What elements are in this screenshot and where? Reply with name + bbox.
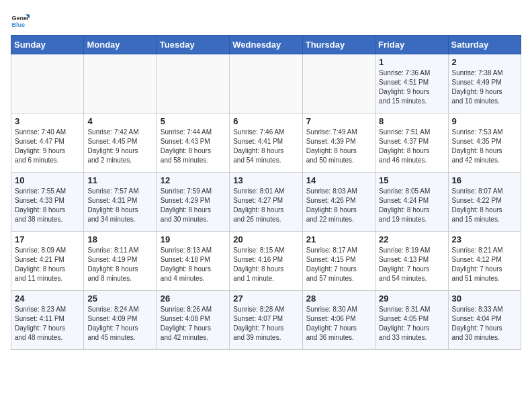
- day-number: 6: [233, 116, 298, 126]
- day-number: 5: [161, 116, 226, 126]
- calendar-cell: 2Sunrise: 7:38 AM Sunset: 4:49 PM Daylig…: [448, 54, 521, 113]
- calendar-cell: 14Sunrise: 8:03 AM Sunset: 4:26 PM Dayli…: [302, 173, 375, 232]
- svg-text:General: General: [11, 15, 30, 21]
- day-number: 26: [161, 293, 226, 304]
- calendar-cell: 18Sunrise: 8:11 AM Sunset: 4:19 PM Dayli…: [84, 232, 157, 291]
- calendar-cell: 26Sunrise: 8:26 AM Sunset: 4:08 PM Dayli…: [157, 291, 229, 350]
- day-number: 1: [379, 57, 444, 67]
- calendar-week-2: 3Sunrise: 7:40 AM Sunset: 4:47 PM Daylig…: [11, 113, 521, 173]
- day-number: 23: [452, 234, 517, 244]
- day-info: Sunrise: 8:21 AM Sunset: 4:12 PM Dayligh…: [452, 246, 517, 283]
- day-number: 17: [15, 234, 80, 244]
- day-number: 29: [379, 293, 444, 304]
- calendar-cell: 11Sunrise: 7:57 AM Sunset: 4:31 PM Dayli…: [84, 173, 157, 232]
- day-number: 30: [452, 293, 517, 304]
- calendar-cell: 12Sunrise: 7:59 AM Sunset: 4:29 PM Dayli…: [157, 173, 229, 232]
- day-info: Sunrise: 7:36 AM Sunset: 4:51 PM Dayligh…: [379, 68, 444, 106]
- day-info: Sunrise: 8:24 AM Sunset: 4:09 PM Dayligh…: [87, 305, 152, 342]
- day-number: 16: [452, 175, 517, 185]
- day-number: 21: [306, 234, 371, 244]
- calendar-cell: [230, 54, 302, 113]
- calendar-week-4: 17Sunrise: 8:09 AM Sunset: 4:21 PM Dayli…: [11, 232, 521, 291]
- day-number: 11: [87, 175, 152, 185]
- header-day-friday: Friday: [375, 36, 448, 54]
- day-number: 20: [233, 234, 298, 244]
- day-info: Sunrise: 8:17 AM Sunset: 4:15 PM Dayligh…: [306, 246, 371, 283]
- calendar-cell: 25Sunrise: 8:24 AM Sunset: 4:09 PM Dayli…: [84, 291, 157, 350]
- calendar-week-1: 1Sunrise: 7:36 AM Sunset: 4:51 PM Daylig…: [11, 54, 521, 113]
- calendar-cell: 5Sunrise: 7:44 AM Sunset: 4:43 PM Daylig…: [157, 113, 229, 173]
- calendar-cell: [11, 54, 84, 113]
- day-number: 7: [306, 116, 371, 126]
- day-info: Sunrise: 7:49 AM Sunset: 4:39 PM Dayligh…: [306, 128, 371, 165]
- day-number: 4: [87, 116, 152, 126]
- calendar-cell: 20Sunrise: 8:15 AM Sunset: 4:16 PM Dayli…: [230, 232, 302, 291]
- calendar-week-3: 10Sunrise: 7:55 AM Sunset: 4:33 PM Dayli…: [11, 173, 521, 232]
- header-day-wednesday: Wednesday: [230, 36, 302, 54]
- header-day-saturday: Saturday: [448, 36, 521, 54]
- day-info: Sunrise: 7:59 AM Sunset: 4:29 PM Dayligh…: [161, 187, 226, 224]
- day-info: Sunrise: 8:13 AM Sunset: 4:18 PM Dayligh…: [161, 246, 226, 283]
- day-info: Sunrise: 8:05 AM Sunset: 4:24 PM Dayligh…: [379, 187, 444, 224]
- calendar-cell: 17Sunrise: 8:09 AM Sunset: 4:21 PM Dayli…: [11, 232, 84, 291]
- calendar-cell: 6Sunrise: 7:46 AM Sunset: 4:41 PM Daylig…: [230, 113, 302, 173]
- calendar-cell: 21Sunrise: 8:17 AM Sunset: 4:15 PM Dayli…: [302, 232, 375, 291]
- calendar-cell: 1Sunrise: 7:36 AM Sunset: 4:51 PM Daylig…: [375, 54, 448, 113]
- day-number: 10: [15, 175, 80, 185]
- day-info: Sunrise: 8:33 AM Sunset: 4:04 PM Dayligh…: [452, 305, 517, 342]
- day-number: 8: [379, 116, 444, 126]
- day-number: 27: [233, 293, 298, 304]
- calendar-cell: 8Sunrise: 7:51 AM Sunset: 4:37 PM Daylig…: [375, 113, 448, 173]
- day-number: 13: [233, 175, 298, 185]
- day-info: Sunrise: 7:40 AM Sunset: 4:47 PM Dayligh…: [15, 128, 80, 165]
- calendar-cell: 16Sunrise: 8:07 AM Sunset: 4:22 PM Dayli…: [448, 173, 521, 232]
- day-info: Sunrise: 8:28 AM Sunset: 4:07 PM Dayligh…: [233, 305, 298, 342]
- calendar-cell: 9Sunrise: 7:53 AM Sunset: 4:35 PM Daylig…: [448, 113, 521, 173]
- day-info: Sunrise: 7:51 AM Sunset: 4:37 PM Dayligh…: [379, 128, 444, 165]
- header-day-tuesday: Tuesday: [157, 36, 229, 54]
- day-info: Sunrise: 7:57 AM Sunset: 4:31 PM Dayligh…: [87, 187, 152, 224]
- header-day-sunday: Sunday: [11, 36, 84, 54]
- calendar-cell: 27Sunrise: 8:28 AM Sunset: 4:07 PM Dayli…: [230, 291, 302, 350]
- calendar-cell: 22Sunrise: 8:19 AM Sunset: 4:13 PM Dayli…: [375, 232, 448, 291]
- calendar-header-row: SundayMondayTuesdayWednesdayThursdayFrid…: [11, 36, 521, 54]
- day-info: Sunrise: 8:26 AM Sunset: 4:08 PM Dayligh…: [161, 305, 226, 342]
- day-number: 12: [161, 175, 226, 185]
- calendar-cell: 19Sunrise: 8:13 AM Sunset: 4:18 PM Dayli…: [157, 232, 229, 291]
- header-day-monday: Monday: [84, 36, 157, 54]
- calendar-cell: 28Sunrise: 8:30 AM Sunset: 4:06 PM Dayli…: [302, 291, 375, 350]
- day-info: Sunrise: 8:30 AM Sunset: 4:06 PM Dayligh…: [306, 305, 371, 342]
- day-number: 28: [306, 293, 371, 304]
- calendar-cell: 30Sunrise: 8:33 AM Sunset: 4:04 PM Dayli…: [448, 291, 521, 350]
- calendar-cell: 13Sunrise: 8:01 AM Sunset: 4:27 PM Dayli…: [230, 173, 302, 232]
- calendar-cell: 24Sunrise: 8:23 AM Sunset: 4:11 PM Dayli…: [11, 291, 84, 350]
- day-number: 19: [161, 234, 226, 244]
- day-info: Sunrise: 8:19 AM Sunset: 4:13 PM Dayligh…: [379, 246, 444, 283]
- calendar-cell: [157, 54, 229, 113]
- calendar-week-5: 24Sunrise: 8:23 AM Sunset: 4:11 PM Dayli…: [11, 291, 521, 350]
- day-number: 3: [15, 116, 80, 126]
- logo: General Blue: [11, 11, 30, 30]
- day-info: Sunrise: 7:42 AM Sunset: 4:45 PM Dayligh…: [87, 128, 152, 165]
- day-number: 18: [87, 234, 152, 244]
- page-header: General Blue: [11, 11, 521, 30]
- calendar-cell: [84, 54, 157, 113]
- day-number: 15: [379, 175, 444, 185]
- day-number: 22: [379, 234, 444, 244]
- calendar-cell: 4Sunrise: 7:42 AM Sunset: 4:45 PM Daylig…: [84, 113, 157, 173]
- calendar-cell: 23Sunrise: 8:21 AM Sunset: 4:12 PM Dayli…: [448, 232, 521, 291]
- calendar-cell: 10Sunrise: 7:55 AM Sunset: 4:33 PM Dayli…: [11, 173, 84, 232]
- day-info: Sunrise: 8:31 AM Sunset: 4:05 PM Dayligh…: [379, 305, 444, 342]
- day-info: Sunrise: 7:44 AM Sunset: 4:43 PM Dayligh…: [161, 128, 226, 165]
- day-info: Sunrise: 7:53 AM Sunset: 4:35 PM Dayligh…: [452, 128, 517, 165]
- day-info: Sunrise: 8:07 AM Sunset: 4:22 PM Dayligh…: [452, 187, 517, 224]
- day-info: Sunrise: 7:38 AM Sunset: 4:49 PM Dayligh…: [452, 68, 517, 106]
- logo-icon: General Blue: [11, 11, 30, 30]
- calendar-cell: [302, 54, 375, 113]
- svg-text:Blue: Blue: [11, 21, 25, 28]
- day-info: Sunrise: 8:11 AM Sunset: 4:19 PM Dayligh…: [87, 246, 152, 283]
- day-info: Sunrise: 8:15 AM Sunset: 4:16 PM Dayligh…: [233, 246, 298, 283]
- day-number: 14: [306, 175, 371, 185]
- day-number: 2: [452, 57, 517, 67]
- day-info: Sunrise: 8:03 AM Sunset: 4:26 PM Dayligh…: [306, 187, 371, 224]
